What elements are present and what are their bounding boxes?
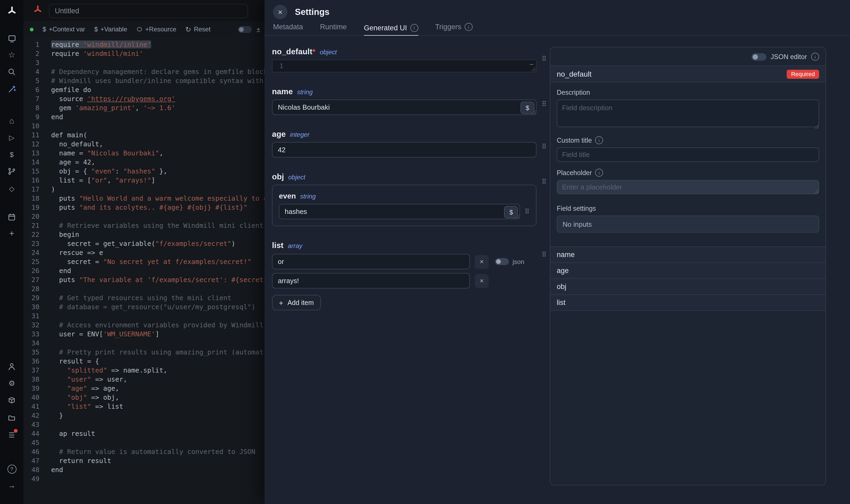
add-item-button[interactable]: + Add item: [272, 295, 321, 310]
line-number: 47: [23, 456, 39, 465]
search-icon: [7, 68, 16, 76]
code-line: return result: [51, 456, 265, 465]
rail-button-resources[interactable]: [0, 164, 23, 178]
rail-button-favorites[interactable]: ☆: [0, 48, 23, 62]
field-settings-select[interactable]: No inputs: [557, 216, 819, 233]
field-label: list: [272, 240, 284, 250]
script-title-input[interactable]: Untitled: [49, 3, 248, 18]
rail-button-account[interactable]: [0, 360, 23, 374]
code-line: gemfile do: [51, 85, 265, 94]
line-number: 13: [23, 148, 39, 158]
question-icon: ?: [7, 464, 16, 473]
rail-button-workers[interactable]: [0, 393, 23, 407]
list-item-row: × json: [272, 254, 537, 269]
monitor-icon: [7, 34, 16, 43]
rail-button-schedules[interactable]: ◇: [0, 181, 23, 195]
reset-button[interactable]: ↻ Reset: [185, 25, 211, 33]
rail-button-collapse[interactable]: →: [0, 478, 23, 492]
code-line: source 'https://rubygems.org': [51, 94, 265, 103]
rail-button-home[interactable]: ⌂: [0, 113, 23, 127]
json-editor-label: JSON editor: [771, 53, 807, 60]
line-number: 12: [23, 140, 39, 148]
code-line: def main(: [51, 130, 265, 140]
insert-variable-button[interactable]: $: [521, 102, 535, 114]
drag-handle-icon[interactable]: ⠿: [525, 208, 529, 215]
rail-button-queue[interactable]: ☰: [0, 428, 23, 442]
code-line: "splitted" => name.split,: [51, 366, 265, 375]
editor-toggle[interactable]: [238, 26, 252, 33]
notification-dot: [14, 429, 18, 433]
tab-triggers[interactable]: Triggersi: [435, 23, 472, 35]
code-line: # Return value is automatically converte…: [51, 447, 265, 456]
field-label: obj: [272, 172, 284, 181]
line-number: 49: [23, 474, 39, 483]
code-line: no_default,: [51, 140, 265, 148]
line-number: 32: [23, 320, 39, 329]
tab-generated-ui[interactable]: Generated UIi: [364, 24, 418, 36]
close-icon: ×: [278, 7, 283, 17]
code-line: # database = get_resource("u/user/my_pos…: [51, 302, 265, 311]
rail-button-ai-builder[interactable]: [0, 82, 23, 96]
inspector-row-list[interactable]: list: [550, 295, 826, 311]
rail-button-help[interactable]: ?: [0, 462, 23, 476]
editor-toolbar: $ +Context var $ +Variable +Resource ↻ R…: [23, 21, 265, 37]
rail-button-variables[interactable]: $: [0, 147, 23, 161]
rail-button-settings[interactable]: ⚙: [0, 376, 23, 390]
collapse-icon[interactable]: –: [530, 60, 533, 68]
list-item-input[interactable]: [272, 254, 470, 269]
code-line: obj = { "even": "hashes" },: [51, 166, 265, 176]
gear-icon: ⚙: [8, 379, 15, 388]
code-area[interactable]: 1234567891011121314151617181920212223242…: [23, 37, 265, 504]
drag-handle-icon[interactable]: ⠿: [542, 251, 547, 258]
inspector-row-age[interactable]: age: [550, 263, 826, 279]
insert-variable-button[interactable]: $: [504, 206, 518, 218]
drag-handle-icon[interactable]: ⠿: [542, 178, 547, 185]
field-type: object: [288, 174, 305, 181]
rail-button-runs-play[interactable]: ▷: [0, 130, 23, 144]
description-textarea[interactable]: [557, 100, 819, 127]
drag-handle-icon[interactable]: ⠿: [542, 101, 547, 108]
inspector-row-no-default[interactable]: no_default Required: [550, 66, 826, 83]
line-number: 5: [23, 76, 39, 85]
list-item-input[interactable]: [272, 273, 470, 288]
tab-runtime[interactable]: Runtime: [320, 23, 347, 35]
windmill-logo[interactable]: [0, 4, 23, 18]
add-resource-button[interactable]: +Resource: [136, 25, 177, 33]
rail-button-folders[interactable]: [0, 411, 23, 425]
field-no-default: no_default* object 1 – ⠿: [272, 47, 537, 72]
even-input[interactable]: [279, 204, 520, 219]
remove-item-button[interactable]: ×: [475, 274, 489, 288]
remove-item-button[interactable]: ×: [475, 255, 489, 269]
line-number: 3: [23, 58, 39, 67]
inspector-row-name[interactable]: name: [550, 247, 826, 263]
drag-handle-icon[interactable]: ⠿: [542, 143, 547, 150]
no-default-json-editor[interactable]: 1 –: [272, 60, 537, 72]
name-input[interactable]: [272, 100, 537, 115]
line-number: 2: [23, 49, 39, 58]
line-number: 35: [23, 347, 39, 357]
inspector-row-obj[interactable]: obj: [550, 279, 826, 295]
rail-button-search[interactable]: [0, 65, 23, 79]
tab-label: Runtime: [320, 23, 347, 31]
field-age: age integer ⠿: [272, 129, 537, 158]
json-editor-toggle[interactable]: [752, 53, 766, 60]
close-button[interactable]: ×: [273, 5, 287, 19]
field-label: age: [272, 129, 286, 138]
tabs: MetadataRuntimeGenerated UIiTriggersi: [265, 23, 850, 36]
age-input[interactable]: [272, 142, 537, 158]
required-badge: Required: [787, 70, 819, 78]
line-number: 17: [23, 185, 39, 194]
tab-metadata[interactable]: Metadata: [273, 23, 303, 35]
json-toggle[interactable]: [495, 258, 509, 265]
code-line: [51, 121, 265, 130]
rail-button-calendar[interactable]: [0, 210, 23, 224]
placeholder-input[interactable]: [557, 180, 819, 194]
code-line: # Retrieve variables using the Windmill …: [51, 221, 265, 230]
add-context-var-button[interactable]: $ +Context var: [42, 25, 85, 33]
line-number: 28: [23, 284, 39, 293]
rail-button-add[interactable]: +: [0, 227, 23, 240]
add-variable-button[interactable]: $ +Variable: [94, 25, 127, 33]
custom-title-input[interactable]: [557, 147, 819, 162]
rail-button-runs[interactable]: [0, 31, 23, 45]
drag-handle-icon[interactable]: ⠿: [542, 55, 547, 62]
